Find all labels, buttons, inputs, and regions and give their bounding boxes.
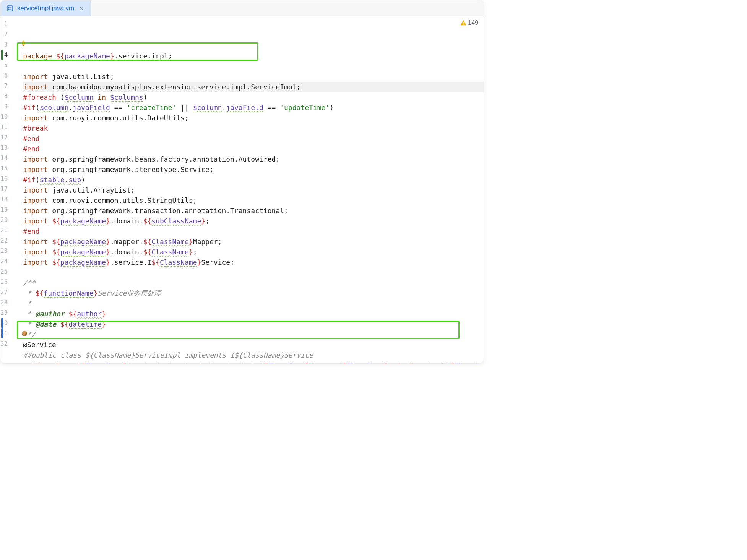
code-line[interactable]: #if($table.sub) bbox=[23, 175, 484, 185]
line-number[interactable]: 32 bbox=[0, 338, 8, 349]
code-line[interactable]: import org.springframework.stereotype.Se… bbox=[23, 164, 484, 175]
code-token: } bbox=[305, 361, 309, 363]
code-line[interactable]: * @date ${datetime} bbox=[23, 319, 484, 329]
code-line[interactable]: import java.util.List; bbox=[23, 71, 484, 82]
vcs-change-marker bbox=[1, 328, 3, 338]
code-token: } bbox=[383, 361, 388, 363]
code-token: ClassName bbox=[346, 361, 384, 363]
code-line[interactable] bbox=[23, 267, 484, 278]
code-token: == bbox=[263, 104, 280, 112]
code-token: . bbox=[222, 104, 226, 112]
code-line[interactable]: #end bbox=[23, 144, 484, 154]
svg-rect-10 bbox=[463, 24, 464, 25]
line-number[interactable]: 6 bbox=[0, 70, 8, 81]
line-number[interactable]: 12 bbox=[0, 132, 8, 142]
line-number[interactable]: 14 bbox=[0, 153, 8, 163]
line-number[interactable]: 21 bbox=[0, 225, 8, 235]
code-editor[interactable]: 149 123456789101112131415161718192021222… bbox=[0, 16, 484, 363]
code-line[interactable]: import java.util.ArrayList; bbox=[23, 185, 484, 195]
code-token: ) bbox=[81, 176, 85, 184]
code-line[interactable]: import org.springframework.beans.factory… bbox=[23, 154, 484, 164]
code-token: ${ bbox=[36, 289, 44, 297]
code-line[interactable]: #foreach ($column in $columns) bbox=[23, 92, 484, 102]
code-line[interactable]: #break bbox=[23, 123, 484, 133]
line-number[interactable]: 9 bbox=[0, 101, 8, 112]
code-token: ${ bbox=[60, 320, 69, 328]
line-number[interactable]: 23 bbox=[0, 246, 8, 256]
code-token: #end bbox=[23, 227, 39, 235]
line-number[interactable]: 26 bbox=[0, 277, 8, 287]
code-token: @date bbox=[36, 320, 56, 328]
line-number[interactable]: 20 bbox=[0, 215, 8, 225]
code-token: Mapper, bbox=[309, 361, 338, 363]
code-line[interactable]: import org.springframework.transaction.a… bbox=[23, 206, 484, 216]
line-number[interactable]: 5 bbox=[0, 60, 8, 70]
code-token: import bbox=[23, 196, 52, 204]
code-line[interactable]: import ${packageName}.domain.${subClassN… bbox=[23, 216, 484, 226]
code-area[interactable]: package ${packageName}.service.impl;impo… bbox=[15, 16, 484, 363]
code-token: ( bbox=[36, 176, 40, 184]
line-number[interactable]: 13 bbox=[0, 142, 8, 153]
line-number[interactable]: 16 bbox=[0, 173, 8, 184]
code-line[interactable]: import ${packageName}.mapper.${ClassName… bbox=[23, 236, 484, 247]
code-token: com.ruoyi.common.utils.StringUtils; bbox=[52, 196, 197, 204]
code-token: ServiceImpl bbox=[127, 361, 176, 363]
problems-indicator[interactable]: 149 bbox=[460, 19, 478, 26]
code-token: } bbox=[106, 258, 110, 266]
line-number[interactable]: 29 bbox=[0, 308, 8, 318]
code-line[interactable]: */ bbox=[23, 329, 484, 340]
line-number[interactable]: 4 bbox=[0, 50, 8, 60]
code-line[interactable]: * @author ${author} bbox=[23, 309, 484, 319]
code-line[interactable]: ##public class ${ClassName}ServiceImpl i… bbox=[23, 350, 484, 360]
code-line[interactable]: @Service bbox=[23, 340, 484, 350]
code-token: #if bbox=[23, 176, 36, 184]
line-number[interactable]: 7 bbox=[0, 81, 8, 91]
code-token: ClassName bbox=[160, 258, 197, 267]
code-line[interactable]: /** bbox=[23, 278, 484, 288]
intention-bulb-icon[interactable] bbox=[20, 40, 27, 49]
line-number[interactable]: 2 bbox=[0, 29, 8, 39]
code-line[interactable] bbox=[23, 61, 484, 71]
code-line[interactable]: package ${packageName}.service.impl; bbox=[23, 51, 484, 61]
code-token: ( bbox=[36, 104, 40, 112]
tab-close-button[interactable]: × bbox=[78, 4, 85, 13]
code-line[interactable]: import com.baomidou.mybatisplus.extensio… bbox=[23, 82, 484, 92]
code-token: #end bbox=[23, 134, 39, 142]
code-line[interactable]: #if($column.javaField == 'createTime' ||… bbox=[23, 102, 484, 113]
line-number[interactable]: 24 bbox=[0, 256, 8, 266]
line-number[interactable]: 28 bbox=[0, 297, 8, 308]
line-number[interactable]: 27 bbox=[0, 287, 8, 297]
line-number[interactable]: 8 bbox=[0, 91, 8, 101]
code-token: } bbox=[106, 217, 110, 225]
code-token: in bbox=[94, 93, 110, 101]
line-number[interactable]: 17 bbox=[0, 184, 8, 194]
code-line[interactable]: import com.ruoyi.common.utils.DateUtils; bbox=[23, 113, 484, 123]
line-number[interactable]: 3 bbox=[0, 39, 8, 50]
code-token: @author bbox=[36, 310, 65, 318]
line-number[interactable]: 31 bbox=[0, 328, 8, 338]
code-token: packageName bbox=[60, 238, 106, 246]
line-number[interactable]: 22 bbox=[0, 235, 8, 246]
line-number[interactable]: 25 bbox=[0, 266, 8, 277]
line-number[interactable]: 10 bbox=[0, 112, 8, 122]
code-line[interactable]: import ${packageName}.service.I${ClassNa… bbox=[23, 257, 484, 267]
code-line[interactable]: public class ${ClassName}ServiceImpl ext… bbox=[23, 360, 484, 363]
line-number[interactable]: 30 bbox=[0, 318, 8, 328]
line-number[interactable]: 18 bbox=[0, 194, 8, 204]
line-number[interactable]: 15 bbox=[0, 163, 8, 173]
code-line[interactable]: * ${functionName}Service业务层处理 bbox=[23, 288, 484, 298]
line-number[interactable]: 19 bbox=[0, 204, 8, 215]
code-line[interactable]: import com.ruoyi.common.utils.StringUtil… bbox=[23, 195, 484, 206]
code-line[interactable]: #end bbox=[23, 226, 484, 236]
code-token: import bbox=[23, 258, 52, 266]
svg-rect-0 bbox=[7, 6, 13, 11]
line-number[interactable]: 11 bbox=[0, 122, 8, 132]
code-token: || bbox=[176, 104, 193, 112]
line-number-gutter[interactable]: 1234567891011121314151617181920212223242… bbox=[0, 16, 15, 363]
code-line[interactable]: import ${packageName}.domain.${ClassName… bbox=[23, 247, 484, 257]
code-token: ClassName bbox=[454, 361, 484, 363]
line-number[interactable]: 1 bbox=[0, 19, 8, 29]
code-line[interactable]: * bbox=[23, 298, 484, 309]
code-line[interactable]: #end bbox=[23, 133, 484, 144]
file-tab[interactable]: serviceImpl.java.vm × bbox=[0, 0, 91, 16]
